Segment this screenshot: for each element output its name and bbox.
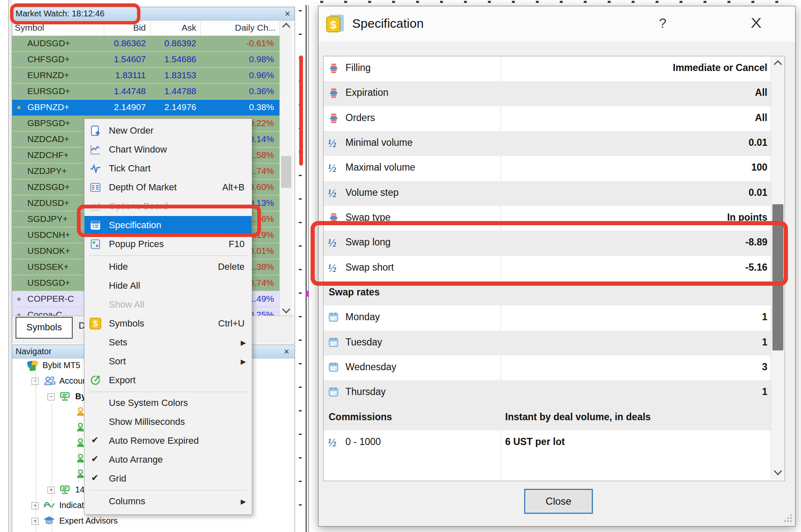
menu-item-popup-prices[interactable]: Popup PricesF10 bbox=[84, 235, 252, 254]
menu-item-use-system-colors[interactable]: Use System Colors bbox=[84, 394, 252, 413]
menu-item-specification[interactable]: Specification bbox=[84, 216, 252, 235]
spec-value: 0.01 bbox=[505, 187, 767, 198]
menu-item-sets[interactable]: Sets▶ bbox=[84, 333, 252, 352]
spec-row-thursday[interactable]: Thursday1 bbox=[324, 380, 785, 405]
spec-row-orders[interactable]: OrdersAll bbox=[324, 106, 785, 131]
table-row[interactable]: CHFSGD+1.546071.546860.98% bbox=[12, 52, 279, 68]
close-icon[interactable]: X bbox=[751, 15, 761, 31]
table-row[interactable]: EURNZD+1.831111.831530.96% bbox=[12, 68, 279, 84]
scroll-down-icon[interactable] bbox=[282, 305, 290, 313]
stack-icon bbox=[328, 212, 342, 224]
table-row[interactable]: EURSGD+1.447481.447880.36% bbox=[12, 84, 279, 100]
spec-row-volume-step[interactable]: ½Volume step0.01 bbox=[324, 181, 785, 206]
scrollbar-thumb[interactable] bbox=[772, 204, 783, 350]
spec-value: Immediate or Cancel bbox=[505, 62, 767, 74]
annotation-red-strip bbox=[299, 55, 303, 166]
chevron-right-icon: ▶ bbox=[241, 339, 246, 347]
spec-row-minimal-volume[interactable]: ½Minimal volume0.01 bbox=[324, 131, 785, 156]
menu-item-hide-all[interactable]: Hide All bbox=[84, 277, 252, 295]
resize-grip[interactable] bbox=[783, 514, 793, 523]
symbol-status-dot-icon bbox=[17, 234, 21, 237]
spec-row-swap-long[interactable]: ½Swap long-8.89 bbox=[324, 231, 785, 255]
scrollbar-thumb[interactable] bbox=[281, 156, 291, 188]
help-icon[interactable]: ? bbox=[659, 16, 667, 31]
indicators-icon bbox=[43, 500, 55, 512]
dialog-title: Specification bbox=[352, 16, 424, 31]
symbol-status-dot-icon bbox=[17, 202, 21, 205]
expand-icon[interactable]: + bbox=[32, 502, 39, 509]
collapse-icon[interactable]: − bbox=[47, 393, 55, 400]
spec-row-swap-short[interactable]: ½Swap short-5.16 bbox=[324, 256, 785, 281]
expand-icon[interactable]: + bbox=[32, 518, 39, 525]
column-header-daily-change[interactable]: Daily Ch... bbox=[235, 23, 276, 33]
menu-item-grid[interactable]: ✔Grid bbox=[84, 469, 252, 488]
column-header-symbol[interactable]: Symbol bbox=[15, 23, 44, 33]
menu-item-label: Symbols bbox=[109, 318, 144, 329]
spec-label: Maximal volume bbox=[345, 162, 415, 173]
tree-item-label: Expert Advisors bbox=[59, 516, 118, 526]
menu-item-new-order[interactable]: New Order bbox=[84, 121, 252, 140]
scroll-up-icon[interactable] bbox=[282, 23, 290, 31]
spec-row-expiration[interactable]: ExpirationAll bbox=[324, 81, 785, 106]
menu-item-depth-of-market[interactable]: Depth Of MarketAlt+B bbox=[84, 178, 252, 197]
spec-value: All bbox=[505, 112, 767, 124]
chevron-right-icon: ▶ bbox=[241, 498, 246, 506]
menu-separator bbox=[89, 255, 248, 256]
spec-row-filling[interactable]: FillingImmediate or Cancel bbox=[324, 56, 785, 81]
menu-item-hide[interactable]: HideDelete bbox=[84, 258, 252, 277]
menu-item-tick-chart[interactable]: Tick Chart bbox=[84, 159, 252, 178]
symbol-status-dot-icon bbox=[17, 106, 21, 109]
spec-row-swap-type[interactable]: Swap typeIn points bbox=[324, 206, 785, 231]
spec-row-wednesday[interactable]: Wednesday3 bbox=[324, 356, 785, 380]
close-icon[interactable]: × bbox=[281, 345, 292, 358]
tree-item-expert-advisors[interactable]: +Expert Advisors bbox=[12, 514, 290, 528]
menu-item-sort[interactable]: Sort▶ bbox=[84, 352, 252, 371]
symbol-status-dot-icon bbox=[17, 74, 21, 77]
screenshot-root: Market Watch: 18:12:46 × Symbol Bid Ask … bbox=[0, 0, 801, 532]
ask-cell: 2.14976 bbox=[151, 102, 196, 112]
menu-item-columns[interactable]: Columns▶ bbox=[84, 492, 252, 511]
spec-row-commissions[interactable]: CommissionsInstant by deal volume, in de… bbox=[324, 406, 785, 430]
menu-item-label: Specification bbox=[109, 220, 161, 231]
market-watch-scrollbar[interactable] bbox=[279, 21, 292, 316]
menu-item-label: Auto Remove Expired bbox=[109, 435, 199, 446]
magenta-mark bbox=[306, 291, 309, 297]
options-board-icon bbox=[90, 200, 102, 213]
scroll-up-icon[interactable] bbox=[774, 60, 782, 68]
bid-cell: 2.14907 bbox=[71, 102, 146, 112]
menu-item-show-milliseconds[interactable]: Show Milliseconds bbox=[84, 413, 252, 432]
spec-row-maximal-volume[interactable]: ½Maximal volume100 bbox=[324, 156, 785, 181]
menu-item-chart-window[interactable]: Chart Window bbox=[84, 140, 252, 159]
menu-item-label: Popup Prices bbox=[109, 239, 164, 250]
accounts-icon bbox=[43, 375, 56, 388]
expand-icon[interactable]: + bbox=[47, 487, 55, 494]
specification-table: FillingImmediate or CancelExpirationAllO… bbox=[323, 56, 785, 481]
table-row[interactable]: AUDSGD+0.863620.86392-0.61% bbox=[12, 36, 279, 52]
menu-item-auto-remove-expired[interactable]: ✔Auto Remove Expired bbox=[84, 432, 252, 450]
background-window-border bbox=[308, 5, 309, 532]
tree-connector-line bbox=[52, 404, 52, 532]
tick-chart-icon bbox=[90, 163, 102, 175]
spec-row-tuesday[interactable]: Tuesday1 bbox=[324, 331, 785, 356]
spec-row-monday[interactable]: Monday1 bbox=[324, 306, 785, 330]
close-button[interactable]: Close bbox=[524, 489, 593, 514]
symbol-status-dot-icon bbox=[17, 282, 21, 285]
menu-item-export[interactable]: Export bbox=[84, 371, 252, 390]
expert-advisors-icon bbox=[43, 515, 55, 527]
column-header-ask[interactable]: Ask bbox=[151, 23, 196, 33]
menu-separator bbox=[89, 490, 248, 490]
table-row[interactable]: GBPNZD+2.149072.149760.38% bbox=[12, 100, 279, 116]
spec-row-0-1000[interactable]: ½0 - 10006 UST per lot bbox=[324, 430, 785, 455]
tab-symbols[interactable]: Symbols bbox=[16, 317, 73, 339]
menu-item-symbols[interactable]: $SymbolsCtrl+U bbox=[84, 314, 252, 333]
symbol-cell: SGDJPY+ bbox=[27, 214, 68, 224]
dialog-scrollbar[interactable] bbox=[771, 56, 785, 480]
spec-label: Wednesday bbox=[345, 361, 396, 373]
spec-row-swap-rates[interactable]: Swap rates bbox=[324, 281, 785, 306]
close-icon[interactable]: × bbox=[282, 8, 293, 20]
collapse-icon[interactable]: − bbox=[32, 378, 39, 385]
ask-cell: 1.44788 bbox=[151, 86, 196, 96]
scroll-down-icon[interactable] bbox=[774, 467, 782, 475]
column-header-bid[interactable]: Bid bbox=[71, 23, 146, 33]
menu-item-auto-arrange[interactable]: ✔Auto Arrange bbox=[84, 450, 252, 469]
